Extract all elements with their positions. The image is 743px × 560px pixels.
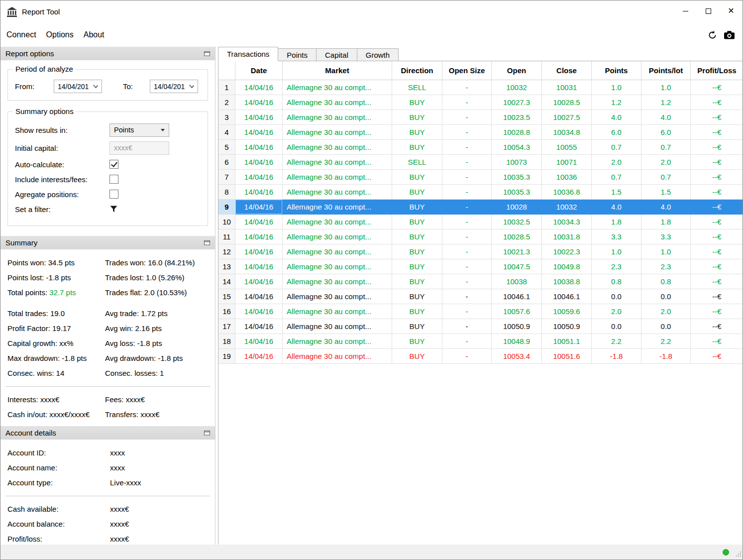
cell-points: 2.2 [592,334,641,349]
cell-close: 10036.8 [542,185,592,200]
screenshot-button[interactable] [724,31,735,39]
cell-close: 10028.5 [542,95,592,110]
cell-direction: BUY [392,304,442,319]
show-results-combobox[interactable]: Points [109,123,169,137]
stat-label: Capital growth: [7,339,57,347]
cell-open: 10057.6 [492,304,542,319]
agregate-label: Agregate positions: [15,190,109,199]
header-profit-loss: Profit/Loss [691,61,743,80]
float-panel-button[interactable] [204,240,210,245]
table-row[interactable]: 17 14/04/16 Allemagne 30 au compt... BUY… [218,319,743,334]
menu-options[interactable]: Options [41,26,79,43]
close-button[interactable]: ✕ [720,0,743,21]
cell-market: Allemagne 30 au compt... [283,319,392,334]
tab-growth[interactable]: Growth [357,48,399,61]
row-number: 11 [218,229,235,244]
summary-stat: Capital growth: xx% [7,336,105,351]
table-row[interactable]: 4 14/04/16 Allemagne 30 au compt... BUY … [218,125,743,140]
tab-transactions[interactable]: Transactions [218,47,278,61]
table-row[interactable]: 6 14/04/16 Allemagne 30 au compt... SELL… [218,155,743,170]
stat-label: Transfers: [105,410,138,419]
cell-market: Allemagne 30 au compt... [283,274,392,289]
cell-profit-loss: --€ [691,125,743,140]
cell-profit-loss: --€ [691,200,743,215]
tab-points[interactable]: Points [278,48,317,61]
table-row[interactable]: 5 14/04/16 Allemagne 30 au compt... BUY … [218,140,743,155]
menu-bar: Connect Options About [0,23,743,47]
include-fees-label: Include interests/fees: [15,175,109,184]
summary-options-title: Summary options [13,107,76,115]
transactions-table: Date Market Direction Open Size Open Clo… [218,61,743,546]
cell-profit-loss: --€ [691,185,743,200]
initial-capital-input[interactable] [109,141,169,155]
table-row[interactable]: 11 14/04/16 Allemagne 30 au compt... BUY… [218,229,743,244]
menu-about[interactable]: About [79,26,109,43]
float-panel-button[interactable] [204,430,210,436]
refresh-button[interactable] [708,30,717,40]
maximize-button[interactable] [697,0,720,21]
menu-connect[interactable]: Connect [1,26,41,43]
cell-open: 10038 [492,274,542,289]
stat-value: 34.5 pts [48,258,75,267]
stat-value: xxxx€ [140,410,159,419]
cell-profit-loss: --€ [691,215,743,229]
tab-capital[interactable]: Capital [316,48,357,61]
table-row[interactable]: 19 14/04/16 Allemagne 30 au compt... BUY… [218,349,743,364]
cell-close: 10055 [542,140,592,155]
table-row[interactable]: 9 14/04/16 Allemagne 30 au compt... BUY … [218,200,743,215]
header-direction: Direction [392,61,442,80]
table-row[interactable]: 15 14/04/16 Allemagne 30 au compt... BUY… [218,289,743,304]
cell-date: 14/04/16 [235,334,283,349]
table-row[interactable]: 10 14/04/16 Allemagne 30 au compt... BUY… [218,215,743,229]
status-bar [0,545,743,560]
include-fees-checkbox[interactable] [109,175,118,184]
cell-direction: BUY [392,200,442,215]
cell-direction: BUY [392,349,442,364]
to-date-combobox[interactable]: 14/04/201 [150,80,198,93]
float-panel-button[interactable] [204,51,210,56]
left-panel: Report options Period of analyze From: 1… [0,47,215,546]
close-icon: ✕ [728,7,734,15]
resize-grip-icon [735,551,742,557]
table-row[interactable]: 13 14/04/16 Allemagne 30 au compt... BUY… [218,259,743,274]
table-row[interactable]: 16 14/04/16 Allemagne 30 au compt... BUY… [218,304,743,319]
float-window-icon [204,430,210,436]
period-groupbox: Period of analyze From: 14/04/201 To: 14… [7,69,208,101]
cell-close: 10034.8 [542,125,592,140]
tab-bar: Transactions Points Capital Growth [218,47,743,61]
minimize-button[interactable] [674,0,697,21]
table-row[interactable]: 12 14/04/16 Allemagne 30 au compt... BUY… [218,244,743,259]
filter-funnel-icon [109,205,118,213]
account-label: Account ID: [7,446,110,460]
filter-button[interactable] [109,205,118,213]
cell-open-size: - [442,155,492,170]
cell-market: Allemagne 30 au compt... [283,215,392,229]
header-open-size: Open Size [442,61,492,80]
cell-close: 10051.6 [542,349,592,364]
table-row[interactable]: 14 14/04/16 Allemagne 30 au compt... BUY… [218,274,743,289]
cell-market: Allemagne 30 au compt... [283,110,392,125]
table-row[interactable]: 8 14/04/16 Allemagne 30 au compt... BUY … [218,185,743,200]
cell-points-lot: 6.0 [641,125,691,140]
table-row[interactable]: 7 14/04/16 Allemagne 30 au compt... BUY … [218,170,743,185]
table-row[interactable]: 2 14/04/16 Allemagne 30 au compt... BUY … [218,95,743,110]
stat-value: -1.8 pts [137,339,162,347]
agregate-positions-checkbox[interactable] [109,190,118,199]
table-row[interactable]: 3 14/04/16 Allemagne 30 au compt... BUY … [218,110,743,125]
resize-grip[interactable] [735,550,742,559]
cell-profit-loss: --€ [691,110,743,125]
table-row[interactable]: 18 14/04/16 Allemagne 30 au compt... BUY… [218,334,743,349]
stat-label: Trades lost: [105,273,144,282]
cell-points: 0.0 [592,289,641,304]
cell-direction: BUY [392,244,442,259]
account-label: Account balance: [7,517,110,532]
table-row[interactable]: 1 14/04/16 Allemagne 30 au compt... SELL… [218,80,743,95]
account-value: xxxx [110,446,215,460]
cell-open-size: - [442,349,492,364]
cell-direction: BUY [392,274,442,289]
stat-value: -1.8 pts [158,354,183,362]
account-label: Account name: [7,460,110,475]
from-date-combobox[interactable]: 14/04/201 [54,80,102,93]
cell-points: 0.7 [592,140,641,155]
auto-calculate-checkbox[interactable] [109,160,118,169]
